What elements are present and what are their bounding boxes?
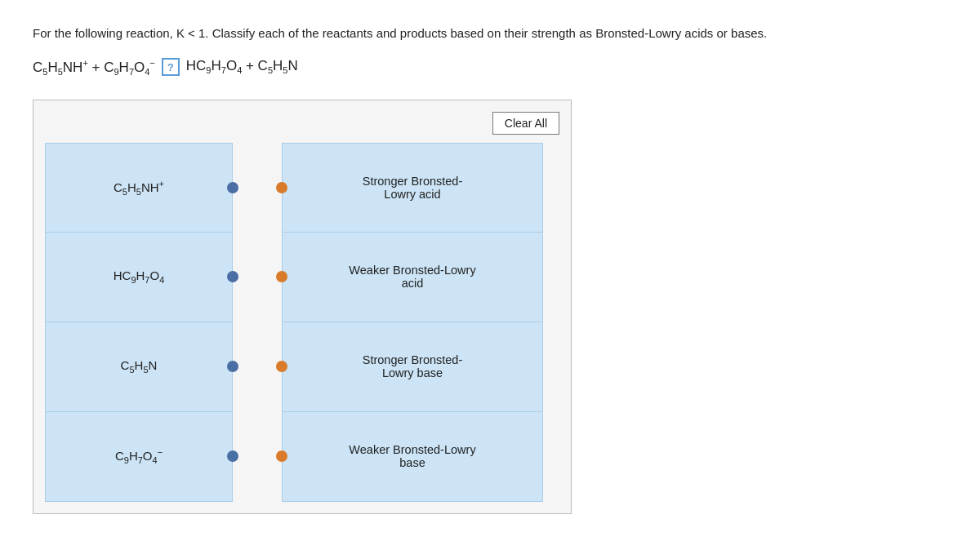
- connector-dot-4: [227, 450, 238, 462]
- label-stronger-base: Stronger Bronsted-Lowry base: [363, 353, 463, 379]
- right-card-stronger-base[interactable]: Stronger Bronsted-Lowry base: [282, 322, 543, 412]
- chemical-equation: C5H5NH+ + C9H7O4− ? HC9H7O4 + C5H5N: [33, 58, 947, 77]
- connector-dot-r3: [276, 361, 287, 372]
- connector-dot-r1: [276, 182, 287, 193]
- right-card-weaker-acid[interactable]: Weaker Bronsted-Lowryacid: [282, 233, 543, 322]
- formula-c9h7o4: C9H7O4−: [115, 447, 163, 465]
- right-card-weaker-base[interactable]: Weaker Bronsted-Lowrybase: [282, 412, 543, 502]
- left-column: C5H5NH+ HC9H7O4 C5H5N C9H7: [45, 143, 233, 502]
- formula-hc9h7o4: HC9H7O4: [114, 268, 165, 285]
- right-column: Stronger Bronsted-Lowry acid Weaker Bron…: [282, 143, 543, 502]
- formula-c5h5n: C5H5N: [121, 358, 158, 375]
- right-card-stronger-acid[interactable]: Stronger Bronsted-Lowry acid: [282, 143, 543, 233]
- left-card-1[interactable]: C5H5NH+: [45, 143, 233, 233]
- clear-all-row: Clear All: [45, 112, 559, 135]
- arrow-box[interactable]: ?: [162, 58, 180, 76]
- label-weaker-base: Weaker Bronsted-Lowrybase: [349, 443, 475, 469]
- label-stronger-acid: Stronger Bronsted-Lowry acid: [363, 175, 463, 201]
- clear-all-button[interactable]: Clear All: [492, 112, 559, 135]
- connector-dot-r2: [276, 271, 287, 282]
- equation-right: HC9H7O4 + C5H5N: [186, 58, 298, 75]
- left-card-4[interactable]: C9H7O4−: [45, 412, 233, 502]
- left-card-2[interactable]: HC9H7O4: [45, 233, 233, 322]
- main-container: Clear All C5H5NH+ HC9H7O4 C5H5N: [33, 100, 572, 514]
- instruction-text: For the following reaction, K < 1. Class…: [33, 24, 931, 43]
- connector-dot-1: [227, 182, 238, 193]
- drag-area: C5H5NH+ HC9H7O4 C5H5N C9H7: [45, 143, 559, 502]
- connector-dot-2: [227, 271, 238, 282]
- label-weaker-acid: Weaker Bronsted-Lowryacid: [349, 264, 475, 290]
- formula-c5h5nh: C5H5NH+: [114, 179, 164, 197]
- connector-dot-3: [227, 361, 238, 372]
- connector-dot-r4: [276, 450, 287, 462]
- left-card-3[interactable]: C5H5N: [45, 322, 233, 412]
- equation-left: C5H5NH+ + C9H7O4−: [33, 58, 155, 77]
